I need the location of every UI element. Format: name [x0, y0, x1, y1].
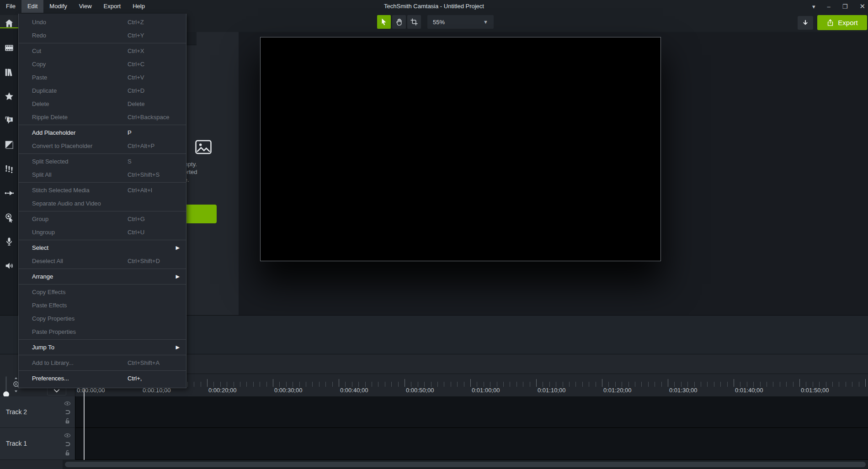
- eye-icon[interactable]: [64, 400, 71, 407]
- lock-open-icon[interactable]: [64, 449, 71, 457]
- edit-menu-item-group: GroupCtrl+G: [19, 212, 186, 226]
- ruler-time-label: 0:00:30;00: [274, 387, 302, 394]
- import-media-button[interactable]: [182, 205, 217, 223]
- sidebar-item-home[interactable]: [0, 15, 18, 32]
- sidebar-item-library[interactable]: [0, 64, 18, 80]
- export-label: Export: [838, 19, 857, 26]
- window-menu-caret-icon[interactable]: ▾: [812, 3, 815, 10]
- ruler-time-label: 0:00:50;00: [406, 387, 434, 394]
- ruler-time-label: 0:01:30;00: [669, 387, 697, 394]
- menu-item-label: Delete: [32, 97, 49, 111]
- menu-item-label: Copy: [32, 58, 46, 71]
- ruler-time-label: 0:01:40;00: [735, 387, 763, 394]
- menu-item-label: Group: [32, 212, 48, 226]
- window-controls: ▾ – ❐ ✕: [812, 0, 865, 13]
- menu-separator: [19, 284, 186, 285]
- sidebar-item-voice-narration[interactable]: [0, 233, 18, 250]
- edit-menu-item-copy: CopyCtrl+C: [19, 58, 186, 71]
- menu-separator: [19, 211, 186, 211]
- restore-icon[interactable]: ❐: [842, 3, 848, 10]
- playhead-line[interactable]: [84, 380, 85, 460]
- magnet-icon[interactable]: [64, 408, 71, 416]
- select-tool-button[interactable]: [377, 15, 391, 29]
- home-icon: [4, 18, 14, 28]
- menubar-item-view[interactable]: View: [73, 0, 98, 13]
- chevron-down-icon: [53, 389, 60, 393]
- annotations-icon: a: [4, 116, 14, 126]
- menu-separator: [19, 43, 186, 43]
- sidebar-item-annotations[interactable]: a: [0, 112, 18, 129]
- menubar-item-modify[interactable]: Modify: [43, 0, 73, 13]
- submenu-arrow-icon: ▶: [176, 270, 180, 283]
- chevron-down-icon: ▼: [483, 19, 488, 25]
- track-lane[interactable]: [75, 396, 868, 428]
- edit-menu-item-jump-to[interactable]: Jump To▶: [19, 341, 186, 354]
- track-header[interactable]: Track 1: [0, 428, 75, 460]
- menu-item-label: Paste: [32, 71, 47, 84]
- menu-item-label: Preferences...: [32, 372, 69, 385]
- sidebar-item-favorites[interactable]: [0, 88, 18, 105]
- animations-icon: [4, 188, 14, 198]
- ruler-time-label: 0:01:00;00: [472, 387, 500, 394]
- menu-item-label: Paste Properties: [32, 325, 76, 338]
- magnet-icon[interactable]: [64, 440, 71, 448]
- menu-item-label: Deselect All: [32, 254, 63, 268]
- eye-icon[interactable]: [64, 432, 71, 439]
- menubar-item-export[interactable]: Export: [98, 0, 127, 13]
- horizontal-scrollbar[interactable]: [65, 462, 866, 467]
- library-icon: [4, 67, 14, 77]
- ruler-time-label: 0:01:10;00: [538, 387, 565, 394]
- crop-tool-button[interactable]: [407, 15, 421, 29]
- menu-item-label: Undo: [32, 16, 46, 29]
- menu-item-shortcut: Ctrl+Alt+P: [128, 139, 154, 153]
- menu-item-shortcut: Ctrl+D: [128, 84, 144, 97]
- menu-item-label: Paste Effects: [32, 299, 67, 312]
- hand-icon: [395, 18, 403, 26]
- sidebar-item-transitions[interactable]: [0, 137, 18, 153]
- menu-item-label: Split Selected: [32, 155, 69, 168]
- export-button[interactable]: Export: [817, 15, 867, 30]
- menu-item-label: Separate Audio and Video: [32, 197, 101, 210]
- ruler-time-label: 0:01:50;00: [801, 387, 829, 394]
- voice-narration-icon: [4, 237, 14, 247]
- menu-item-shortcut: Ctrl+Alt+I: [128, 184, 152, 197]
- edit-menu-item-redo: RedoCtrl+Y: [19, 29, 186, 42]
- edit-menu-item-paste-properties: Paste Properties: [19, 325, 186, 338]
- track-controls: [62, 396, 72, 428]
- menubar-item-file[interactable]: File: [0, 0, 21, 13]
- menu-item-shortcut: Ctrl+V: [128, 71, 144, 84]
- track-header[interactable]: Track 2: [0, 396, 75, 428]
- edit-menu-item-delete: DeleteDelete: [19, 97, 186, 111]
- sidebar-item-behaviors[interactable]: [0, 161, 18, 177]
- close-icon[interactable]: ✕: [859, 2, 865, 11]
- menu-separator: [19, 125, 186, 125]
- sidebar-item-media[interactable]: [0, 40, 18, 56]
- menubar-item-help[interactable]: Help: [127, 0, 151, 13]
- sidebar-item-audio-effects[interactable]: [0, 258, 18, 274]
- edit-menu-item-arrange[interactable]: Arrange▶: [19, 270, 186, 283]
- menu-item-label: Redo: [32, 29, 46, 42]
- audio-effects-icon: [4, 261, 14, 271]
- lock-open-icon[interactable]: [64, 417, 71, 425]
- edit-menu-item-add-placeholder[interactable]: Add PlaceholderP: [19, 126, 186, 139]
- crop-icon: [410, 18, 418, 26]
- empty-media-image-icon: [194, 138, 213, 156]
- edit-menu-item-select[interactable]: Select▶: [19, 241, 186, 254]
- edit-menu-item-add-to-library: Add to Library...Ctrl+Shift+A: [19, 356, 186, 369]
- minimize-icon[interactable]: –: [827, 3, 831, 10]
- sidebar-item-animations[interactable]: [0, 185, 18, 201]
- menu-item-shortcut: Ctrl+X: [128, 44, 144, 58]
- preview-canvas[interactable]: [260, 37, 661, 261]
- edit-menu-item-deselect-all: Deselect AllCtrl+Shift+D: [19, 254, 186, 268]
- sidebar-item-cursor-effects[interactable]: [0, 209, 18, 226]
- pan-tool-button[interactable]: [392, 15, 406, 29]
- quick-export-button[interactable]: [798, 16, 813, 30]
- menu-item-label: Copy Properties: [32, 312, 75, 325]
- menu-item-label: Ripple Delete: [32, 111, 68, 124]
- edit-menu-item-preferences[interactable]: Preferences...Ctrl+,: [19, 372, 186, 385]
- canvas-zoom-select[interactable]: 55% ▼: [427, 15, 494, 29]
- menubar-item-edit[interactable]: Edit: [21, 0, 43, 13]
- track-lane[interactable]: [75, 428, 868, 460]
- edit-menu-item-ripple-delete: Ripple DeleteCtrl+Backspace: [19, 111, 186, 124]
- menu-separator: [19, 182, 186, 183]
